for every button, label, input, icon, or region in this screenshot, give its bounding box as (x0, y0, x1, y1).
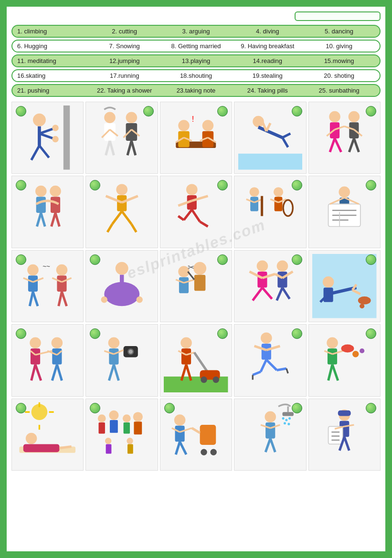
cartoon-figure-25 (312, 402, 376, 466)
svg-line-193 (332, 364, 338, 380)
svg-point-111 (101, 296, 107, 303)
svg-point-215 (174, 414, 186, 426)
svg-rect-232 (282, 412, 294, 416)
word-row-0: 1. climbing2. cutting3. arguing4. diving… (11, 25, 381, 38)
image-cell-21 (11, 399, 84, 471)
svg-rect-75 (250, 197, 258, 211)
svg-point-74 (249, 187, 259, 197)
cartoon-figure-8 (164, 180, 228, 244)
svg-point-58 (116, 184, 127, 195)
svg-point-134 (323, 276, 334, 288)
word-item: 9. Having breakfast (232, 42, 303, 50)
svg-rect-80 (274, 197, 282, 211)
svg-point-144 (52, 337, 63, 348)
svg-line-64 (131, 224, 136, 232)
svg-line-73 (179, 216, 184, 220)
svg-line-178 (261, 359, 266, 371)
svg-rect-116 (179, 277, 189, 294)
answer-dot-25[interactable] (366, 403, 376, 413)
svg-line-20 (131, 141, 135, 155)
word-item: 14.reading (232, 57, 303, 64)
image-cell-16 (11, 324, 84, 396)
svg-point-188 (341, 344, 354, 352)
svg-point-154 (108, 337, 120, 348)
svg-line-70 (192, 210, 200, 221)
svg-rect-0 (64, 105, 70, 169)
svg-point-50 (35, 186, 47, 197)
image-cell-10 (308, 176, 381, 248)
svg-rect-122 (257, 272, 267, 288)
answer-dot-4[interactable] (292, 106, 302, 116)
image-cell-22 (85, 399, 158, 471)
svg-line-14 (110, 141, 114, 155)
word-item: 22. Taking a shower (89, 87, 160, 94)
svg-point-15 (126, 112, 137, 124)
svg-line-5 (32, 146, 40, 160)
answer-dot-24[interactable] (292, 403, 302, 413)
svg-line-36 (282, 134, 290, 137)
word-row-4: 21. pushing22. Taking a shower23.taking … (11, 84, 381, 97)
svg-rect-165 (181, 348, 191, 365)
word-item: 16.skating (17, 72, 89, 79)
svg-line-152 (53, 364, 57, 380)
word-item: 4. diving (232, 28, 303, 35)
image-cell-13: ✂ (160, 250, 232, 322)
svg-point-174 (261, 332, 272, 344)
answer-dot-21[interactable] (16, 403, 26, 413)
image-cell-25 (308, 399, 381, 471)
word-item: 5. dancing (303, 28, 375, 35)
svg-line-63 (122, 211, 131, 224)
svg-point-237 (287, 423, 290, 425)
answer-dot-14[interactable] (292, 254, 302, 265)
image-cell-23 (160, 399, 232, 471)
svg-rect-53 (51, 197, 60, 213)
svg-point-84 (339, 186, 350, 198)
svg-point-164 (181, 337, 192, 348)
svg-line-181 (266, 359, 276, 370)
svg-point-205 (109, 411, 118, 420)
svg-rect-216 (175, 426, 185, 442)
image-cell-4 (234, 102, 306, 174)
answer-dot-1[interactable] (16, 106, 26, 116)
image-grid: ! (11, 102, 381, 471)
answer-dot-15[interactable] (366, 254, 376, 265)
svg-line-105 (62, 292, 67, 306)
answer-dot-5[interactable] (366, 106, 376, 116)
answer-dot-11[interactable] (16, 254, 26, 265)
cartoon-figure-22 (90, 402, 154, 466)
svg-line-247 (344, 437, 349, 451)
image-cell-19 (234, 324, 306, 396)
cartoon-figure-19 (238, 328, 302, 392)
svg-point-32 (253, 116, 264, 127)
svg-point-106 (116, 262, 128, 275)
image-section: eslprintables.com ! (11, 102, 381, 471)
image-cell-7 (85, 176, 158, 248)
svg-point-140 (358, 296, 371, 305)
svg-point-141 (360, 304, 364, 308)
header-row (11, 11, 381, 21)
svg-text:!: ! (192, 115, 194, 124)
svg-rect-206 (110, 420, 118, 433)
cartoon-figure-17 (90, 328, 154, 392)
svg-point-209 (133, 412, 143, 421)
answer-dot-9[interactable] (292, 180, 302, 190)
answer-dot-2[interactable] (143, 106, 154, 116)
svg-line-150 (32, 364, 35, 380)
cartoon-figure-23 (164, 402, 228, 466)
answer-dot-19[interactable] (292, 328, 302, 339)
svg-point-142 (30, 337, 42, 348)
svg-point-235 (288, 417, 291, 420)
svg-point-7 (53, 125, 59, 131)
svg-rect-128 (277, 272, 287, 288)
answer-dot-22[interactable] (90, 403, 100, 413)
image-cell-24 (234, 399, 306, 471)
svg-line-182 (276, 368, 286, 370)
answer-dot-23[interactable] (164, 403, 175, 413)
svg-point-223 (201, 449, 207, 455)
svg-line-119 (188, 272, 194, 280)
svg-point-224 (211, 449, 217, 455)
svg-line-131 (276, 288, 282, 301)
svg-rect-185 (328, 348, 337, 365)
word-item: 18.shouting (160, 72, 232, 79)
answer-dot-13[interactable] (217, 254, 228, 265)
